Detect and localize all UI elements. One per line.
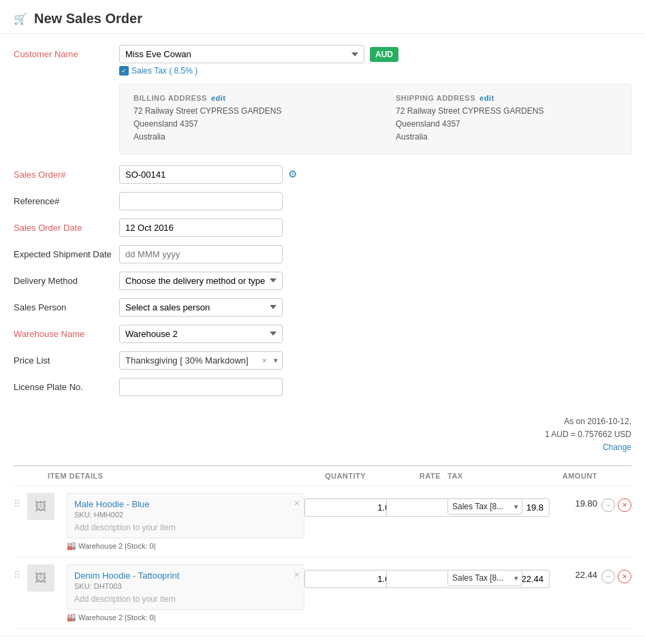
reference-number-input[interactable] <box>119 192 283 210</box>
exchange-rate-area: As on 2016-10-12, 1 AUD = 0.757662 USD C… <box>0 415 645 455</box>
warehouse-name-select[interactable]: Warehouse 2 <box>119 325 283 343</box>
pricelist-clear-button[interactable]: × <box>259 355 270 366</box>
table-row: ⠿ 🖼 × Denim Hoodie - Tattooprint SKU: DH… <box>14 558 631 629</box>
tax-icon: ✓ <box>119 66 129 76</box>
item-decrement-button[interactable]: − <box>601 570 615 583</box>
pricelist-dropdown-icon[interactable]: ▾ <box>270 356 282 365</box>
item-tax-dropdown-icon[interactable]: ▾ <box>511 502 522 511</box>
tax-link[interactable]: ✓ Sales Tax ( 8.5% ) <box>119 66 631 76</box>
col-tax-header: TAX <box>441 472 529 480</box>
item-tax-select-wrap: Sales Tax [8... ▾ <box>447 498 522 515</box>
reference-number-control <box>119 192 631 210</box>
item-tax-value: Sales Tax [8... <box>448 570 511 585</box>
expected-shipment-date-row: Expected Shipment Date <box>14 245 631 263</box>
item-tax-select-wrap: Sales Tax [8... ▾ <box>447 570 522 586</box>
col-amount-header: AMOUNT <box>529 472 597 480</box>
expected-shipment-date-input[interactable] <box>119 245 283 263</box>
sales-order-date-control <box>119 219 631 237</box>
sales-order-page: 🛒 New Sales Order Customer Name Miss Eve… <box>0 0 645 644</box>
item-actions: − × <box>597 564 631 583</box>
customer-name-row: Customer Name Miss Eve Cowan AUD ✓ Sales… <box>14 45 631 76</box>
form-area: Customer Name Miss Eve Cowan AUD ✓ Sales… <box>0 34 645 415</box>
customer-name-select[interactable]: Miss Eve Cowan <box>119 45 364 63</box>
sales-order-number-row: Sales Order# ⚙ <box>14 165 631 184</box>
exchange-rate-change-link[interactable]: Change <box>0 441 631 454</box>
sales-person-row: Sales Person Select a sales person <box>14 298 631 317</box>
item-card: × Male Hoodie - Blue SKU: HMH002 Add des… <box>67 493 304 538</box>
item-name[interactable]: Denim Hoodie - Tattooprint <box>74 570 297 581</box>
warehouse-name-row: Warehouse Name Warehouse 2 <box>14 325 631 343</box>
item-remove-icon[interactable]: × <box>294 569 300 580</box>
item-quantity-col <box>304 493 386 517</box>
table-row: ⠿ 🖼 × Male Hoodie - Blue SKU: HMH002 Add… <box>14 486 631 558</box>
sales-order-number-input[interactable] <box>119 165 283 184</box>
billing-address-block: BILLING ADDRESS edit 72 Railway Street C… <box>133 94 355 144</box>
item-delete-button[interactable]: × <box>618 498 631 512</box>
price-list-row: Price List Thanksgiving [ 30% Markdown] … <box>14 351 631 370</box>
billing-address-text: 72 Railway Street CYPRESS GARDENS Queens… <box>133 105 355 144</box>
item-thumbnail: 🖼 <box>27 493 54 520</box>
item-remove-icon[interactable]: × <box>294 498 300 509</box>
warehouse-name-control: Warehouse 2 <box>119 325 631 343</box>
item-stock: 🏭 Warehouse 2 |Stock: 0| <box>67 613 304 622</box>
billing-address-title: BILLING ADDRESS edit <box>133 94 355 102</box>
expected-shipment-date-label: Expected Shipment Date <box>14 245 119 259</box>
sales-order-date-input[interactable] <box>119 219 283 237</box>
shipping-address-title: SHIPPING ADDRESS edit <box>396 94 617 102</box>
item-stock: 🏭 Warehouse 2 |Stock: 0| <box>67 541 304 550</box>
item-description[interactable]: Add description to your item <box>74 594 297 604</box>
item-details-section: ITEM DETAILS QUANTITY RATE TAX AMOUNT ⠿ … <box>14 465 631 629</box>
item-sku: SKU: DHT003 <box>74 582 297 590</box>
item-details-header: ITEM DETAILS QUANTITY RATE TAX AMOUNT <box>14 466 631 486</box>
drag-handle[interactable]: ⠿ <box>14 564 27 581</box>
price-list-label: Price List <box>14 351 119 366</box>
drag-handle[interactable]: ⠿ <box>14 493 27 509</box>
delivery-method-row: Delivery Method Choose the delivery meth… <box>14 272 631 290</box>
customer-row: Miss Eve Cowan AUD <box>119 45 631 63</box>
gear-icon[interactable]: ⚙ <box>288 168 297 180</box>
item-rate-col <box>386 564 441 588</box>
shipping-address-text: 72 Railway Street CYPRESS GARDENS Queens… <box>396 105 617 144</box>
delivery-method-select[interactable]: Choose the delivery method or type to ad… <box>119 272 283 290</box>
currency-badge: AUD <box>370 47 398 62</box>
sales-person-select[interactable]: Select a sales person <box>119 298 283 317</box>
license-plate-control <box>119 378 631 396</box>
sales-person-control: Select a sales person <box>119 298 631 317</box>
item-info: × Denim Hoodie - Tattooprint SKU: DHT003… <box>67 564 304 622</box>
pricelist-value: Thanksgiving [ 30% Markdown] <box>120 352 259 369</box>
warehouse-icon: 🏭 <box>67 541 76 550</box>
item-thumbnail: 🖼 <box>27 564 54 592</box>
address-section: BILLING ADDRESS edit 72 Railway Street C… <box>119 84 631 155</box>
sales-order-date-row: Sales Order Date <box>14 219 631 237</box>
col-quantity-header: QUANTITY <box>304 472 386 480</box>
item-info: × Male Hoodie - Blue SKU: HMH002 Add des… <box>67 493 304 550</box>
license-plate-input[interactable] <box>119 378 283 396</box>
item-amount: 22.44 <box>529 564 597 580</box>
item-delete-button[interactable]: × <box>618 570 631 583</box>
tax-label: Sales Tax ( 8.5% ) <box>131 66 198 76</box>
billing-address-edit[interactable]: edit <box>211 94 226 102</box>
price-list-control: Thanksgiving [ 30% Markdown] × ▾ <box>119 351 631 370</box>
sales-person-label: Sales Person <box>14 298 119 312</box>
sales-order-number-label: Sales Order# <box>14 165 119 180</box>
exchange-rate-line1: As on 2016-10-12, <box>0 415 631 428</box>
shipping-address-edit[interactable]: edit <box>479 94 494 102</box>
sales-order-date-label: Sales Order Date <box>14 219 119 233</box>
delivery-method-control: Choose the delivery method or type to ad… <box>119 272 631 290</box>
item-actions: − × <box>597 493 631 512</box>
expected-shipment-date-control <box>119 245 631 263</box>
item-tax-dropdown-icon[interactable]: ▾ <box>511 574 522 583</box>
page-header: 🛒 New Sales Order <box>0 0 645 34</box>
reference-number-label: Reference# <box>14 192 119 206</box>
item-tax-col: Sales Tax [8... ▾ <box>441 564 529 586</box>
delivery-method-label: Delivery Method <box>14 272 119 286</box>
item-sku: SKU: HMH002 <box>74 511 297 519</box>
item-decrement-button[interactable]: − <box>601 498 615 512</box>
sales-order-number-control: ⚙ <box>119 165 631 184</box>
item-description[interactable]: Add description to your item <box>74 523 297 532</box>
customer-control-area: Miss Eve Cowan AUD ✓ Sales Tax ( 8.5% ) <box>119 45 631 76</box>
item-tax-col: Sales Tax [8... ▾ <box>441 493 529 515</box>
item-name[interactable]: Male Hoodie - Blue <box>74 499 297 509</box>
customer-name-label: Customer Name <box>14 45 119 59</box>
col-item-header: ITEM DETAILS <box>14 472 304 480</box>
